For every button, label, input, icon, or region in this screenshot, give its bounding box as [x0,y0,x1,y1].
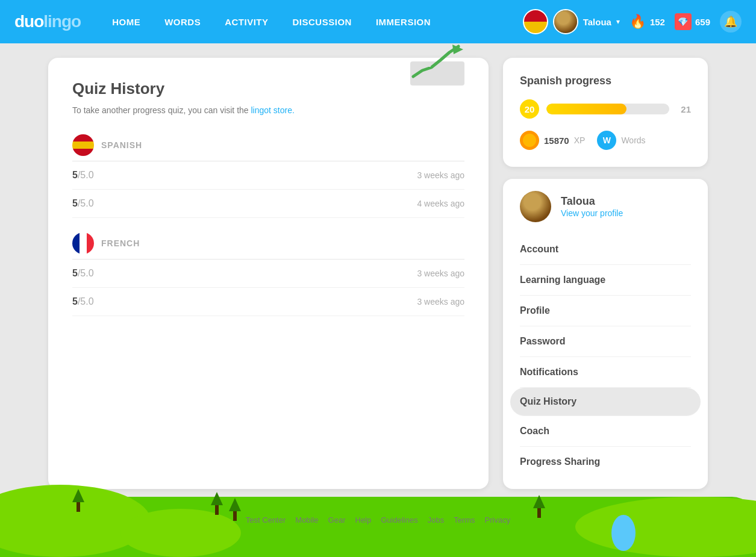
chevron-down-icon: ▾ [616,17,620,26]
next-level-label: 21 [676,104,691,114]
spain-flag-icon [523,9,548,34]
score-time: 3 weeks ago [417,170,464,180]
xp-circle-icon [520,131,539,150]
xp-inner-icon [523,134,536,147]
view-profile-link[interactable]: View your profile [561,208,623,218]
xp-stat: 15870 XP [520,131,585,150]
profile-name: Taloua [561,195,691,208]
nav-immersion[interactable]: Immersion [364,0,443,43]
score-value: 5/5.0 [72,198,94,209]
spanish-section: SPANISH 5/5.0 3 weeks ago 5/5.0 4 weeks … [72,134,464,218]
lingot-store-link[interactable]: lingot store. [251,105,295,115]
score-time: 3 weeks ago [417,269,464,278]
right-panel: Spanish progress 20 21 15870 XP W [503,58,708,489]
flag-avatar-container [523,9,548,34]
navbar-right: Taloua ▾ 🔥 152 💎 659 🔔 [523,9,742,34]
navbar-links: Home Words Activity Discussion Immersion [100,0,523,43]
logo[interactable]: duolingo [14,12,81,31]
username-label: Taloua [583,17,611,27]
logo-text: duolingo [14,12,81,31]
nav-activity[interactable]: Activity [213,0,280,43]
profile-menu-card: Taloua View your profile Account Learnin… [503,179,708,489]
footer-help[interactable]: Help [355,515,372,524]
footer-test-center[interactable]: Test Center [246,515,286,524]
menu-item-coach[interactable]: Coach [520,416,691,447]
gems-badge: 💎 659 [675,13,710,30]
footer-jobs[interactable]: Jobs [428,515,444,524]
profile-info: Taloua View your profile [561,195,691,219]
table-row: 5/5.0 3 weeks ago [72,260,464,288]
quiz-history-panel: Quiz History To take another progress qu… [48,58,489,489]
menu-item-account[interactable]: Account [520,234,691,265]
nav-words[interactable]: Words [152,0,213,43]
french-section: FRENCH 5/5.0 3 weeks ago 5/5.0 3 weeks a… [72,232,464,316]
score-time: 3 weeks ago [417,297,464,307]
progress-title: Spanish progress [520,75,691,87]
avatar-image [554,10,577,33]
menu-item-profile[interactable]: Profile [520,296,691,326]
profile-avatar [520,191,551,222]
nav-discussion[interactable]: Discussion [281,0,364,43]
avatar [553,9,578,34]
spanish-language-name: SPANISH [101,140,142,150]
nav-home[interactable]: Home [100,0,152,43]
current-level-badge: 20 [520,99,539,119]
spanish-flag-icon [72,134,94,156]
footer-terms[interactable]: Terms [454,515,475,524]
french-language-name: FRENCH [101,238,140,248]
streak-count: 152 [650,17,665,27]
footer: Test Center Mobile Gear Help Guidelines … [0,503,756,537]
notification-bell-icon[interactable]: 🔔 [720,11,742,33]
score-value: 5/5.0 [72,268,94,279]
score-value: 5/5.0 [72,296,94,307]
xp-label: XP [574,135,586,145]
gem-icon: 💎 [675,13,692,30]
footer-guidelines[interactable]: Guidelines [381,515,417,524]
gems-count: 659 [695,17,710,27]
footer-privacy[interactable]: Privacy [485,515,511,524]
streak-badge: 🔥 152 [629,13,665,30]
table-row: 5/5.0 3 weeks ago [72,161,464,190]
french-language-header: FRENCH [72,232,464,254]
words-stat: W Words [597,131,645,150]
table-row: 5/5.0 3 weeks ago [72,288,464,316]
menu-item-password[interactable]: Password [520,326,691,357]
progress-bar-track [546,104,669,114]
profile-header: Taloua View your profile [520,191,691,222]
french-flag-icon [72,232,94,254]
chart-icon [410,43,464,88]
table-row: 5/5.0 4 weeks ago [72,190,464,218]
fire-icon: 🔥 [629,13,646,30]
menu-item-learning-language[interactable]: Learning language [520,265,691,296]
main-content: Quiz History To take another progress qu… [0,43,756,503]
stats-row: 15870 XP W Words [520,131,691,150]
quiz-subtitle: To take another progress quiz, you can v… [72,105,295,115]
navbar: duolingo Home Words Activity Discussion … [0,0,756,43]
progress-bar-container: 20 21 [520,99,691,119]
xp-value: 15870 [544,135,569,146]
menu-item-quiz-history[interactable]: Quiz History [510,388,701,416]
footer-mobile[interactable]: Mobile [295,515,318,524]
words-icon: W [597,131,616,150]
menu-item-notifications[interactable]: Notifications [520,357,691,388]
progress-bar-fill [546,104,626,114]
spanish-progress-card: Spanish progress 20 21 15870 XP W [503,58,708,167]
score-value: 5/5.0 [72,170,94,181]
spanish-language-header: SPANISH [72,134,464,156]
menu-item-progress-sharing[interactable]: Progress Sharing [520,447,691,477]
score-time: 4 weeks ago [417,199,464,208]
user-section[interactable]: Taloua ▾ [523,9,620,34]
words-label: Words [621,135,645,145]
footer-gear[interactable]: Gear [328,515,346,524]
quiz-history-title: Quiz History [72,79,295,98]
